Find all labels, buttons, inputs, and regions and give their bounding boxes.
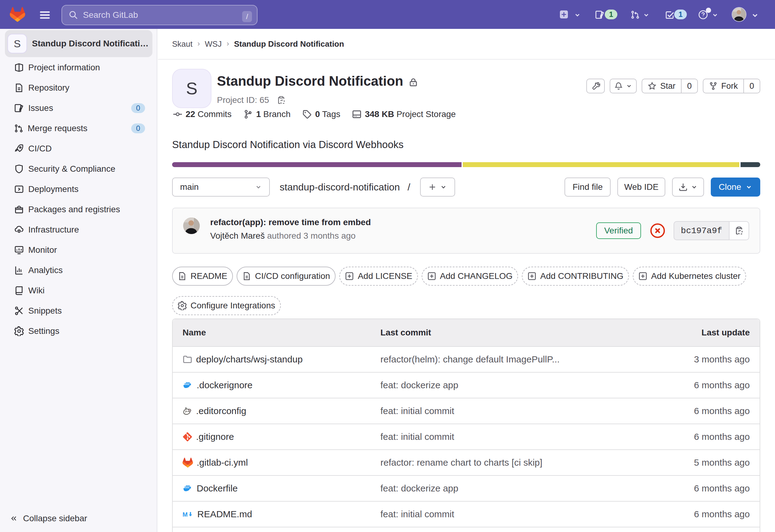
svg-text:M: M: [182, 511, 188, 518]
